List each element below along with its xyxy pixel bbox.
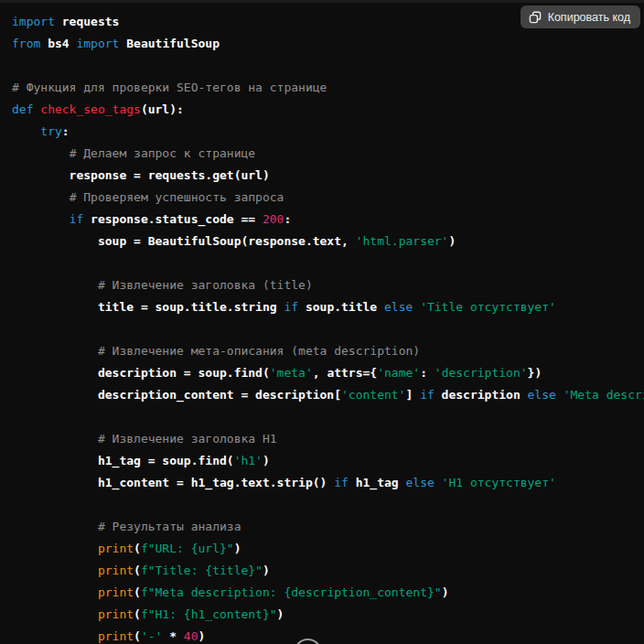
code-line (12, 55, 644, 77)
code-line: print(f"Meta description: {description_c… (12, 582, 644, 604)
copy-code-button[interactable]: Копировать код (521, 5, 640, 28)
code-line: # Результаты анализа (12, 516, 644, 538)
code-line (12, 406, 644, 428)
code-line: response = requests.get(url) (12, 165, 644, 187)
code-line: print('-' * 40) (12, 626, 644, 644)
code-line: soup = BeautifulSoup(response.text, 'htm… (12, 231, 644, 252)
code-line: from bs4 import BeautifulSoup (12, 33, 644, 55)
code-line: description = soup.find('meta', attrs={'… (12, 362, 644, 384)
code-line: print(f"H1: {h1_content}") (12, 604, 644, 626)
code-line: print(f"Title: {title}") (12, 560, 644, 582)
code-line: h1_content = h1_tag.text.strip() if h1_t… (12, 472, 644, 494)
copy-button-label: Копировать код (548, 11, 630, 24)
code-line: # Извлечение заголовка H1 (12, 428, 644, 450)
code-line: if response.status_code == 200: (12, 209, 644, 231)
code-line: h1_tag = soup.find('h1') (12, 450, 644, 472)
code-block: import requestsfrom bs4 import Beautiful… (0, 0, 644, 644)
code-line: description_content = description['conte… (12, 384, 644, 406)
code-line: # Функция для проверки SEO-тегов на стра… (12, 77, 644, 99)
code-line: title = soup.title.string if soup.title … (12, 296, 644, 318)
code-line: try: (12, 121, 644, 143)
copy-icon (529, 11, 542, 24)
code-line: # Извлечение мета-описания (meta descrip… (12, 340, 644, 362)
code-line (12, 318, 644, 340)
code-line (12, 252, 644, 274)
code-line: print(f"URL: {url}") (12, 538, 644, 560)
code-line: def check_seo_tags(url): (12, 99, 644, 121)
code-line: # Проверяем успешность запроса (12, 187, 644, 209)
code-area[interactable]: import requestsfrom bs4 import Beautiful… (0, 0, 644, 644)
code-line: # Делаем запрос к странице (12, 143, 644, 165)
code-line (12, 494, 644, 516)
code-line: # Извлечение заголовка (title) (12, 274, 644, 296)
